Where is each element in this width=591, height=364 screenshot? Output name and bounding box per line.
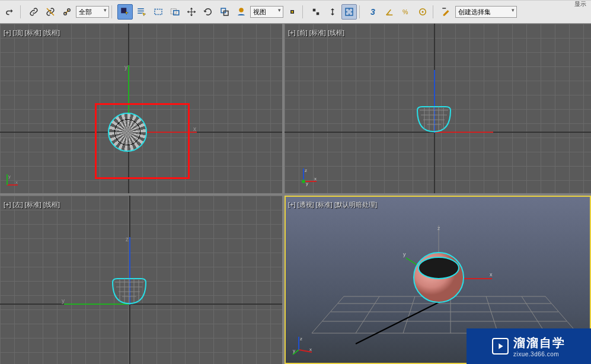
svg-rect-5 [138,11,144,12]
axis-indicator-icon: xy [4,172,20,191]
link-icon[interactable] [26,4,41,20]
viewport-left[interactable]: [+] [左] [标准] [线框] y z [0,196,282,364]
svg-rect-4 [138,8,144,9]
svg-point-12 [239,8,244,12]
svg-text:x: x [314,176,317,181]
svg-line-41 [486,296,498,333]
svg-line-44 [356,302,439,344]
play-icon [492,338,509,355]
named-selset-dropdown[interactable]: 创建选择集 [455,6,517,18]
svg-text:y: y [8,174,11,179]
angle-snap-button[interactable] [382,4,397,20]
viewport-front[interactable]: [+] [前] [标准] [线框] xzy [285,24,591,193]
watermark-badge: 溜溜自学 zixue.3d66.com [467,328,591,364]
axis-indicator-icon: x z y [292,333,315,359]
edit-selset-button[interactable] [439,4,454,20]
viewport-label[interactable]: [+] [左] [标准] [线框] [4,200,60,209]
svg-text:y: y [306,181,308,186]
selection-highlight-box [95,103,190,179]
perspective-view-object[interactable] [411,250,466,307]
placement-button[interactable] [234,4,249,20]
svg-text:y: y [403,251,406,257]
keyboard-shortcut-button[interactable] [325,4,340,20]
svg-text:%: % [402,8,408,15]
pivot-icon[interactable] [285,4,300,20]
percent-snap-button[interactable]: % [398,4,414,20]
main-toolbar: 全部 视图 3 % [0,0,591,24]
svg-rect-21 [442,8,446,9]
selection-filter-dropdown[interactable]: 全部 [76,6,109,18]
viewport-label[interactable]: [+] [透视] [标准] [默认明暗处理] [288,200,377,209]
rotate-button[interactable] [200,4,216,20]
select-by-name-button[interactable] [134,4,149,20]
svg-line-37 [312,296,344,333]
titlebar-fragment: 显示 [574,0,586,8]
redo-button[interactable] [2,4,18,20]
svg-rect-6 [138,13,142,14]
svg-text:y: y [293,348,295,353]
viewport-perspective[interactable]: [+] [透视] [标准] [默认明暗处理] z [285,196,591,364]
watermark-title: 溜溜自学 [513,335,566,351]
coord-sys-dropdown[interactable]: 视图 [250,6,283,18]
svg-rect-15 [313,9,316,12]
watermark-subtitle: zixue.3d66.com [513,351,566,357]
select-object-button[interactable] [117,4,133,20]
viewports-container: [+] [顶] [标准] [线框] x y xy [+] [前] [标准] [线… [0,24,591,364]
viewport-label[interactable]: [+] [顶] [标准] [线框] [4,28,60,37]
bind-icon[interactable] [59,4,75,20]
snap-3-button[interactable]: 3 [365,4,381,20]
svg-line-42 [522,296,545,333]
svg-rect-16 [317,12,320,15]
manipulate-button[interactable] [308,4,324,20]
svg-point-14 [292,11,293,13]
svg-text:z: z [437,225,440,231]
svg-text:x: x [309,347,312,352]
svg-line-43 [545,296,577,333]
move-button[interactable] [184,4,199,20]
svg-text:z: z [300,336,302,341]
svg-line-38 [356,296,379,333]
unlink-icon[interactable] [43,4,58,20]
snap-toggle-button[interactable] [341,4,357,20]
svg-text:x: x [490,272,493,277]
viewport-label[interactable]: [+] [前] [标准] [线框] [288,28,344,37]
svg-text:z: z [305,168,307,173]
viewport-top[interactable]: [+] [顶] [标准] [线框] x y xy [0,24,282,193]
spinner-snap-button[interactable] [415,4,430,20]
svg-point-20 [422,11,424,13]
svg-point-28 [302,180,305,183]
scale-button[interactable] [217,4,232,20]
window-crossing-button[interactable] [167,4,183,20]
front-view-object[interactable] [413,106,455,134]
rect-region-button[interactable] [151,4,166,20]
svg-text:x: x [15,180,18,185]
left-view-object[interactable] [108,277,151,306]
svg-rect-7 [155,9,162,15]
axis-indicator-icon: xzy [298,165,320,190]
